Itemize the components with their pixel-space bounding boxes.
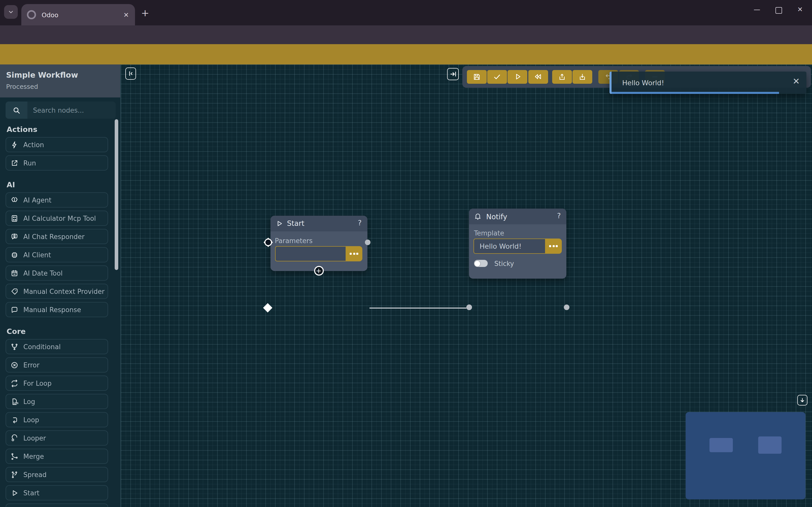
- import-button[interactable]: [573, 70, 592, 83]
- search-input[interactable]: Search nodes...: [6, 102, 116, 119]
- sidebar-item-start[interactable]: Start: [6, 485, 108, 500]
- upload-icon: [558, 73, 566, 80]
- sidebar-item-value[interactable]: Value: [6, 503, 108, 507]
- save-button[interactable]: [467, 70, 487, 83]
- node-start-help[interactable]: ?: [358, 219, 362, 227]
- node-start[interactable]: Start ? Parameters +: [270, 215, 367, 271]
- minimap-toggle-button[interactable]: [797, 395, 807, 405]
- sidebar-item-spread[interactable]: Spread: [6, 467, 108, 482]
- save-icon: [473, 73, 481, 80]
- looper-icon: [11, 434, 18, 442]
- parameters-input[interactable]: [275, 246, 346, 261]
- tab-close-icon[interactable]: ✕: [123, 11, 129, 18]
- notify-output-port[interactable]: [564, 304, 569, 310]
- brain-icon: [11, 196, 18, 204]
- add-node-button[interactable]: +: [314, 266, 324, 275]
- sidebar-item-log[interactable]: LOGLog: [6, 394, 108, 409]
- node-notify-header[interactable]: Notify: [469, 209, 566, 224]
- node-start-header[interactable]: Start: [270, 215, 367, 231]
- run-button[interactable]: [508, 70, 527, 83]
- template-label: Template: [474, 229, 504, 237]
- rewind-button[interactable]: [528, 70, 548, 83]
- minimap-node-notify: [758, 437, 781, 454]
- sidebar-item-ai-chat-responder[interactable]: AI Chat Responder: [6, 229, 108, 244]
- parameters-field-row: [275, 246, 362, 261]
- tab-favicon-icon: [27, 10, 36, 19]
- sidebar-item-label: Looper: [23, 434, 46, 442]
- parameters-menu-button[interactable]: [346, 246, 362, 261]
- window-restore-button[interactable]: [775, 7, 782, 14]
- sidebar-item-conditional[interactable]: Conditional: [6, 339, 108, 354]
- sidebar-scrollbar[interactable]: [115, 119, 118, 270]
- template-menu-button[interactable]: [545, 238, 562, 254]
- sidebar-item-manual-response[interactable]: Manual Response: [6, 302, 108, 317]
- validate-button[interactable]: [487, 70, 507, 83]
- application-window: Odoo ✕ + — ✕ http://localhost:8069/odoo/…: [0, 0, 812, 507]
- sticky-label: Sticky: [494, 260, 514, 268]
- sidebar-item-label: AI Agent: [23, 196, 52, 204]
- bubble-icon: [11, 306, 18, 314]
- sidebar-item-label: Run: [23, 159, 36, 167]
- sidebar-item-ai-date-tool[interactable]: AI Date Tool: [6, 266, 108, 281]
- minimap[interactable]: [686, 412, 805, 499]
- node-notify-help[interactable]: ?: [557, 212, 561, 220]
- node-palette-sidebar: Simple Workflow Processed Search nodes..…: [0, 64, 121, 507]
- start-input-port[interactable]: [264, 238, 272, 246]
- sidebar-item-action[interactable]: Action: [6, 137, 108, 152]
- sticky-toggle-knob[interactable]: [474, 261, 480, 266]
- tab-search-button[interactable]: [4, 5, 18, 19]
- export-button[interactable]: [552, 70, 572, 83]
- log-icon: LOG: [11, 398, 18, 405]
- toast-close-icon[interactable]: ✕: [793, 76, 800, 86]
- spread-icon: [11, 471, 18, 478]
- new-tab-button[interactable]: +: [141, 9, 149, 17]
- sidebar-item-label: AI Client: [23, 251, 51, 259]
- sidebar-item-merge[interactable]: Merge: [6, 449, 108, 464]
- sidebar-item-label: Error: [23, 361, 39, 369]
- sidebar-item-ai-client[interactable]: AIAI Client: [6, 247, 108, 262]
- calculator-icon: [11, 214, 18, 222]
- sidebar-item-for-loop[interactable]: For Loop: [6, 376, 108, 391]
- node-notify[interactable]: Notify ? Template Hello World! Sticky: [469, 209, 566, 278]
- collapse-sidebar-button[interactable]: [125, 67, 136, 80]
- sidebar-item-label: AI Chat Responder: [23, 233, 84, 240]
- template-input[interactable]: Hello World!: [473, 238, 545, 254]
- sidebar-item-looper[interactable]: Looper: [6, 430, 108, 446]
- browser-tab[interactable]: Odoo ✕: [21, 4, 135, 25]
- sidebar-item-ai-calculator-mcp-tool[interactable]: AI Calculator Mcp Tool: [6, 211, 108, 226]
- workflow-canvas[interactable]: 100% Start ? Parameters: [121, 64, 812, 507]
- bell-icon: [474, 213, 482, 220]
- toast-notification[interactable]: Hello World! ✕: [610, 71, 806, 94]
- panel-collapse-icon: [127, 70, 134, 77]
- tag-icon: [11, 287, 18, 295]
- rewind-icon: [534, 73, 542, 80]
- sidebar-item-loop[interactable]: Loop: [6, 412, 108, 427]
- toast-message: Hello World!: [622, 78, 664, 87]
- sidebar-item-run[interactable]: Run: [6, 155, 108, 171]
- browser-toolbar: http://localhost:8069/odoo/n2/1/N2Design…: [0, 25, 812, 44]
- svg-text:AI: AI: [13, 253, 15, 256]
- sidebar-item-label: Start: [23, 489, 40, 497]
- window-minimize-button[interactable]: —: [754, 6, 760, 13]
- notify-input-port[interactable]: [466, 304, 472, 310]
- chevron-down-icon: [8, 9, 14, 15]
- sidebar-item-manual-context-provider[interactable]: Manual Context Provider: [6, 284, 108, 299]
- play-icon: [276, 220, 282, 227]
- section-title-ai: AI: [7, 181, 107, 189]
- toast-progress-bar: [612, 92, 779, 94]
- start-output-port[interactable]: [365, 239, 370, 245]
- section-title-actions: Actions: [7, 125, 107, 133]
- sidebar-item-label: Manual Response: [23, 306, 81, 314]
- sidebar-item-label: Action: [23, 141, 44, 149]
- sidebar-item-error[interactable]: Error: [6, 357, 108, 373]
- sidebar-item-label: Spread: [23, 471, 47, 478]
- sidebar-item-label: AI Calculator Mcp Tool: [23, 214, 96, 222]
- window-close-button[interactable]: ✕: [797, 6, 803, 13]
- edge-start-to-notify[interactable]: [369, 307, 466, 308]
- search-icon: [6, 102, 27, 119]
- sidebar-item-label: Log: [23, 398, 35, 405]
- open-panel-button[interactable]: [447, 68, 459, 80]
- minimap-node-start: [709, 438, 733, 452]
- sidebar-item-ai-agent[interactable]: AI Agent: [6, 192, 108, 208]
- parameters-label: Parameters: [275, 237, 312, 244]
